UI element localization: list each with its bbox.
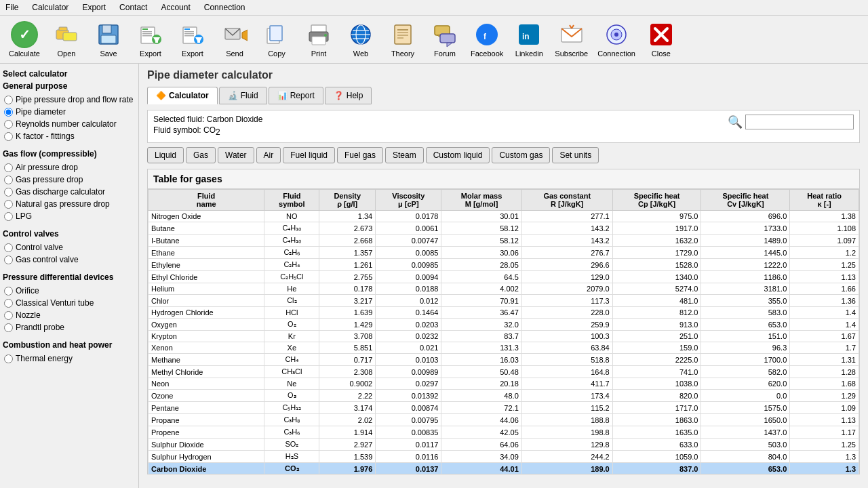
fluid-btn-fuelgas[interactable]: Fuel gas [337, 147, 383, 163]
fluid-btn-steam[interactable]: Steam [385, 147, 424, 163]
menu-calculator[interactable]: Calculator [29, 1, 71, 14]
fluid-btn-customliquid[interactable]: Custom liquid [426, 147, 490, 163]
table-row[interactable]: Hydrogen Chloride HCl 1.639 0.1464 36.47… [149, 307, 859, 319]
facebook-button[interactable]: f Facebook [467, 18, 507, 60]
cell-heatratio: 1.66 [790, 283, 859, 295]
table-row[interactable]: Methyl Chloride CH₃Cl 2.308 0.00989 50.4… [149, 366, 859, 378]
fluid-btn-water[interactable]: Water [218, 147, 254, 163]
table-row[interactable]: Helium He 0.178 0.0188 4.002 2079.0 5274… [149, 283, 859, 295]
calculate-button[interactable]: ✓ Calculate [4, 18, 45, 60]
fluid-btn-setunits[interactable]: Set units [552, 147, 599, 163]
theory-button[interactable]: Theory [382, 18, 423, 60]
table-row[interactable]: Nitrogen Oxide NO 1.34 0.0178 30.01 277.… [149, 211, 859, 222]
cell-molarmass: 64.06 [441, 439, 521, 451]
cell-density: 1.429 [319, 319, 376, 331]
cell-cp: 2225.0 [612, 354, 701, 366]
sidebar-item-diameter[interactable]: Pipe diameter [3, 106, 136, 118]
cell-cv: 0.0 [701, 390, 790, 402]
send-button[interactable]: Send [214, 18, 255, 60]
fluid-btn-fuelliquid[interactable]: Fuel liquid [283, 147, 335, 163]
table-row[interactable]: Butane C₄H₁₀ 2.673 0.0061 58.12 143.2 19… [149, 222, 859, 235]
table-row[interactable]: Propane C₃H₈ 2.02 0.00795 44.06 188.8 18… [149, 414, 859, 426]
table-row[interactable]: Sulphur Dioxide SO₂ 2.927 0.0117 64.06 1… [149, 439, 859, 451]
sidebar-item-gascontrol[interactable]: Gas control valve [3, 253, 136, 266]
sidebar-item-airpressure[interactable]: Air pressure drop [3, 161, 136, 174]
table-row[interactable]: Ozone O₃ 2.22 0.01392 48.0 173.4 820.0 0… [149, 390, 859, 402]
table-row[interactable]: Chlor Cl₂ 3.217 0.012 70.91 117.3 481.0 … [149, 295, 859, 307]
sidebar-item-lpg[interactable]: LPG [3, 210, 136, 222]
cell-viscosity: 0.00835 [376, 426, 441, 439]
tab-help[interactable]: ❓ Help [325, 87, 372, 104]
table-row[interactable]: Pentane C₅H₁₂ 3.174 0.00874 72.1 115.2 1… [149, 402, 859, 414]
menu-connection[interactable]: Connection [201, 1, 248, 14]
fluid-btn-gas[interactable]: Gas [186, 147, 216, 163]
table-row[interactable]: Xenon Xe 5.851 0.021 131.3 63.84 159.0 9… [149, 342, 859, 354]
sidebar-item-pressure[interactable]: Pipe pressure drop and flow rate [3, 94, 136, 106]
sidebar-item-gasdischarge[interactable]: Gas discharge calculator [3, 186, 136, 198]
cell-viscosity: 0.0103 [376, 354, 441, 366]
fluid-btn-air[interactable]: Air [256, 147, 281, 163]
sidebar-item-kfactor[interactable]: K factor - fittings [3, 130, 136, 142]
menu-account[interactable]: Account [158, 1, 193, 14]
forum-button[interactable]: Forum [425, 18, 465, 60]
print-button[interactable]: Print [298, 18, 339, 60]
fluid-btn-customgas[interactable]: Custom gas [492, 147, 550, 163]
export1-button[interactable]: Export [130, 18, 171, 60]
cell-name: Krypton [149, 331, 264, 342]
cell-heatratio: 1.36 [790, 295, 859, 307]
tab-calculator[interactable]: 🔶 Calculator [147, 87, 218, 104]
cell-cp: 820.0 [612, 390, 701, 402]
sidebar-item-thermal[interactable]: Thermal energy [3, 352, 136, 365]
save-button[interactable]: Save [88, 18, 129, 60]
open-button[interactable]: Open [46, 18, 87, 60]
sidebar-item-venturi[interactable]: Classical Venturi tube [3, 297, 136, 309]
table-row[interactable]: I-Butane C₄H₁₀ 2.668 0.00747 58.12 143.2… [149, 235, 859, 247]
table-row[interactable]: Krypton Kr 3.708 0.0232 83.7 100.3 251.0… [149, 331, 859, 342]
table-row[interactable]: Ethylene C₂H₄ 1.261 0.00985 28.05 296.6 … [149, 259, 859, 271]
linkedin-button[interactable]: in Linkedin [509, 18, 549, 60]
close-button[interactable]: Close [641, 18, 682, 60]
sidebar-item-orifice[interactable]: Orifice [3, 285, 136, 297]
selected-fluid-label: Selected fluid: [153, 115, 207, 124]
sidebar-item-nozzle[interactable]: Nozzle [3, 309, 136, 321]
copy-button[interactable]: Copy [256, 18, 297, 60]
open-label: Open [58, 49, 76, 58]
menu-contact[interactable]: Contact [117, 1, 150, 14]
sidebar-item-gaspressure[interactable]: Gas pressure drop [3, 174, 136, 186]
table-row[interactable]: Oxygen O₂ 1.429 0.0203 32.0 259.9 913.0 … [149, 319, 859, 331]
tab-report[interactable]: 📊 Report [269, 87, 323, 104]
tab-fluid[interactable]: 🔬 Fluid [219, 87, 267, 104]
col-header-density: Densityρ [g/l] [319, 190, 376, 211]
cell-symbol: C₅H₁₂ [264, 402, 319, 414]
svg-marker-43 [447, 43, 452, 47]
export2-button[interactable]: Export [172, 18, 213, 60]
sidebar-item-controlvalve[interactable]: Control valve [3, 241, 136, 253]
svg-rect-8 [142, 31, 152, 33]
menu-file[interactable]: File [3, 1, 21, 14]
sidebar-item-naturalgas[interactable]: Natural gas pressure drop [3, 198, 136, 210]
search-input[interactable] [745, 115, 854, 129]
cell-symbol: Xe [264, 342, 319, 354]
connection-button[interactable]: Connection [593, 18, 639, 60]
cell-viscosity: 0.0085 [376, 247, 441, 259]
sidebar-item-reynolds[interactable]: Reynolds number calculator [3, 118, 136, 130]
table-row[interactable]: Propene C₃H₆ 1.914 0.00835 42.05 198.8 1… [149, 426, 859, 439]
table-row[interactable]: Sulphur Hydrogen H₂S 1.539 0.0116 34.09 … [149, 451, 859, 463]
cell-symbol: CH₃Cl [264, 366, 319, 378]
cell-symbol: C₄H₁₀ [264, 235, 319, 247]
table-row[interactable]: Neon Ne 0.9002 0.0297 20.18 411.7 1038.0… [149, 378, 859, 390]
table-container[interactable]: Fluidname Fluidsymbol Densityρ [g/l] Vis… [148, 189, 859, 474]
cell-density: 1.539 [319, 451, 376, 463]
table-row[interactable]: Carbon Dioxide CO₂ 1.976 0.0137 44.01 18… [149, 463, 859, 474]
cell-heatratio: 1.17 [790, 426, 859, 439]
web-button[interactable]: Web [340, 18, 381, 60]
menu-export[interactable]: Export [79, 1, 108, 14]
cell-heatratio: 1.3 [790, 463, 859, 474]
cell-density: 0.717 [319, 354, 376, 366]
sidebar-item-prandtl[interactable]: Prandtl probe [3, 321, 136, 333]
fluid-btn-liquid[interactable]: Liquid [147, 147, 184, 163]
table-row[interactable]: Ethane C₂H₆ 1.357 0.0085 30.06 276.7 172… [149, 247, 859, 259]
subscribe-button[interactable]: Subscribe [551, 18, 592, 60]
table-row[interactable]: Methane CH₄ 0.717 0.0103 16.03 518.8 222… [149, 354, 859, 366]
table-row[interactable]: Ethyl Chloride C₂H₅Cl 2.755 0.0094 64.5 … [149, 271, 859, 283]
